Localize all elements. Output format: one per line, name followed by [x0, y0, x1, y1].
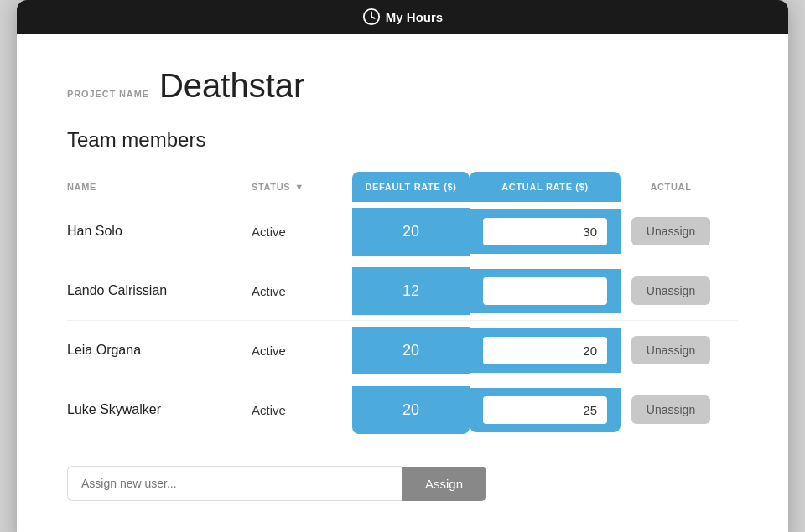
member-action-cell: Unassign: [621, 321, 721, 380]
filter-icon[interactable]: ▼: [294, 182, 304, 192]
section-title: Team members: [67, 128, 738, 152]
unassign-button[interactable]: Unassign: [631, 217, 710, 245]
app-title: My Hours: [386, 10, 443, 24]
table-row: Lando Calrissian Active 12 Unassign: [67, 261, 738, 321]
app-logo: My Hours: [362, 8, 443, 26]
member-action-cell: Unassign: [621, 380, 721, 439]
project-name: Deathstar: [159, 67, 304, 105]
clock-icon: [362, 8, 381, 26]
member-action-cell: Unassign: [621, 202, 721, 261]
actual-rate-input[interactable]: [483, 337, 607, 364]
actual-rate-input[interactable]: [483, 396, 607, 424]
member-actual-rate-cell: [470, 209, 621, 254]
col-actual-rate-header: ACTUAL RATE ($): [470, 172, 621, 202]
member-default-rate: 12: [352, 267, 470, 315]
actual-rate-input[interactable]: [483, 277, 607, 305]
actual-rate-input[interactable]: [483, 218, 607, 245]
table-row: Leia Organa Active 20 Unassign: [67, 321, 738, 380]
member-actual-rate-cell: [470, 328, 621, 373]
project-title-row: PROJECT NAME Deathstar: [67, 67, 738, 105]
member-action-cell: Unassign: [621, 261, 721, 320]
titlebar: My Hours: [17, 0, 788, 34]
team-table: NAME STATUS ▼ DEFAULT RATE ($) ACTUAL RA…: [67, 172, 738, 439]
col-default-rate-header: DEFAULT RATE ($): [352, 172, 470, 202]
table-header: NAME STATUS ▼ DEFAULT RATE ($) ACTUAL RA…: [67, 172, 738, 202]
member-default-rate: 20: [352, 208, 470, 256]
assign-button[interactable]: Assign: [402, 467, 486, 501]
member-status: Active: [252, 209, 352, 254]
col-status-header: STATUS ▼: [252, 173, 352, 200]
unassign-button[interactable]: Unassign: [631, 395, 710, 424]
member-status: Active: [252, 388, 352, 432]
col-name-header: NAME: [67, 173, 252, 200]
unassign-button[interactable]: Unassign: [631, 336, 710, 364]
member-default-rate: 20: [352, 327, 470, 374]
table-body: Han Solo Active 20 Unassign Lando Calris…: [67, 202, 738, 439]
member-name: Luke Skywalker: [67, 387, 252, 432]
project-label: PROJECT NAME: [67, 89, 149, 99]
member-actual-rate-cell: [470, 269, 621, 313]
table-row: Han Solo Active 20 Unassign: [67, 202, 738, 261]
member-name: Han Solo: [67, 209, 252, 254]
member-actual-rate-cell: [470, 388, 621, 432]
col-actual-header: ACTUAL: [621, 173, 721, 200]
member-name: Leia Organa: [67, 328, 252, 373]
member-status: Active: [252, 269, 352, 313]
table-row: Luke Skywalker Active 20 Unassign: [67, 380, 738, 439]
app-window: My Hours PROJECT NAME Deathstar Team mem…: [17, 0, 788, 532]
main-content: PROJECT NAME Deathstar Team members NAME…: [17, 34, 788, 532]
unassign-button[interactable]: Unassign: [631, 276, 710, 305]
member-status: Active: [252, 328, 352, 373]
member-name: Lando Calrissian: [67, 268, 252, 313]
assign-user-input[interactable]: [67, 466, 402, 501]
assign-row: Assign: [67, 466, 486, 501]
member-default-rate: 20: [352, 386, 470, 434]
